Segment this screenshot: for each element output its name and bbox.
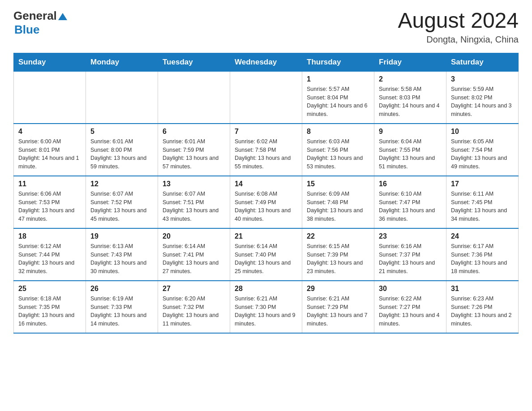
calendar-cell: 1Sunrise: 5:57 AMSunset: 8:04 PMDaylight… [302,71,374,124]
calendar-cell: 20Sunrise: 6:14 AMSunset: 7:41 PMDayligh… [158,228,230,281]
calendar-cell: 28Sunrise: 6:21 AMSunset: 7:30 PMDayligh… [230,281,302,333]
day-info: Sunrise: 6:01 AMSunset: 8:00 PMDaylight:… [90,137,153,171]
calendar-cell: 11Sunrise: 6:06 AMSunset: 7:53 PMDayligh… [14,176,86,228]
day-number: 13 [163,180,225,188]
day-number: 14 [235,180,297,188]
day-info: Sunrise: 5:59 AMSunset: 8:02 PMDaylight:… [451,85,514,119]
day-number: 6 [163,128,225,136]
day-number: 7 [235,128,297,136]
day-info: Sunrise: 6:20 AMSunset: 7:32 PMDaylight:… [163,295,225,328]
day-info: Sunrise: 6:15 AMSunset: 7:39 PMDaylight:… [307,242,369,276]
weekday-header-friday: Friday [374,53,446,71]
calendar-cell: 15Sunrise: 6:09 AMSunset: 7:48 PMDayligh… [302,176,374,228]
logo-general: General [13,9,57,23]
week-row-3: 11Sunrise: 6:06 AMSunset: 7:53 PMDayligh… [14,176,519,228]
day-info: Sunrise: 6:07 AMSunset: 7:52 PMDaylight:… [90,190,153,223]
calendar-cell: 22Sunrise: 6:15 AMSunset: 7:39 PMDayligh… [302,228,374,281]
day-number: 30 [379,285,442,293]
calendar-cell [14,71,86,124]
day-info: Sunrise: 6:17 AMSunset: 7:36 PMDaylight:… [451,242,514,276]
day-info: Sunrise: 6:09 AMSunset: 7:48 PMDaylight:… [307,190,369,223]
calendar-cell: 13Sunrise: 6:07 AMSunset: 7:51 PMDayligh… [158,176,230,228]
day-number: 4 [18,128,81,136]
day-number: 10 [451,128,514,136]
day-info: Sunrise: 6:01 AMSunset: 7:59 PMDaylight:… [163,137,225,171]
day-info: Sunrise: 6:02 AMSunset: 7:58 PMDaylight:… [235,137,297,171]
calendar-cell: 9Sunrise: 6:04 AMSunset: 7:55 PMDaylight… [374,124,446,176]
calendar-table: SundayMondayTuesdayWednesdayThursdayFrid… [13,53,519,334]
calendar-title: August 2024 [398,9,519,33]
day-number: 15 [307,180,369,188]
day-info: Sunrise: 6:08 AMSunset: 7:49 PMDaylight:… [235,190,297,223]
day-number: 22 [307,232,369,240]
calendar-cell: 3Sunrise: 5:59 AMSunset: 8:02 PMDaylight… [446,71,519,124]
day-number: 25 [18,285,81,293]
calendar-cell: 25Sunrise: 6:18 AMSunset: 7:35 PMDayligh… [14,281,86,333]
logo-blue: Blue [14,23,39,37]
day-info: Sunrise: 6:03 AMSunset: 7:56 PMDaylight:… [307,137,369,171]
calendar-cell: 8Sunrise: 6:03 AMSunset: 7:56 PMDaylight… [302,124,374,176]
week-row-4: 18Sunrise: 6:12 AMSunset: 7:44 PMDayligh… [14,228,519,281]
day-number: 29 [307,285,369,293]
day-number: 8 [307,128,369,136]
calendar-cell: 16Sunrise: 6:10 AMSunset: 7:47 PMDayligh… [374,176,446,228]
title-area: August 2024 Dongta, Ningxia, China [398,9,519,45]
calendar-cell: 26Sunrise: 6:19 AMSunset: 7:33 PMDayligh… [86,281,158,333]
day-info: Sunrise: 5:58 AMSunset: 8:03 PMDaylight:… [379,85,442,119]
calendar-cell: 12Sunrise: 6:07 AMSunset: 7:52 PMDayligh… [86,176,158,228]
day-number: 26 [90,285,153,293]
day-number: 12 [90,180,153,188]
calendar-cell [158,71,230,124]
weekday-header-thursday: Thursday [302,53,374,71]
calendar-cell: 31Sunrise: 6:23 AMSunset: 7:26 PMDayligh… [446,281,519,333]
day-info: Sunrise: 6:19 AMSunset: 7:33 PMDaylight:… [90,295,153,328]
week-row-2: 4Sunrise: 6:00 AMSunset: 8:01 PMDaylight… [14,124,519,176]
day-number: 28 [235,285,297,293]
calendar-cell: 23Sunrise: 6:16 AMSunset: 7:37 PMDayligh… [374,228,446,281]
calendar-cell: 29Sunrise: 6:21 AMSunset: 7:29 PMDayligh… [302,281,374,333]
day-info: Sunrise: 6:14 AMSunset: 7:40 PMDaylight:… [235,242,297,276]
day-info: Sunrise: 6:21 AMSunset: 7:30 PMDaylight:… [235,295,297,328]
weekday-header-wednesday: Wednesday [230,53,302,71]
weekday-header-monday: Monday [86,53,158,71]
calendar-cell: 14Sunrise: 6:08 AMSunset: 7:49 PMDayligh… [230,176,302,228]
day-number: 21 [235,232,297,240]
day-number: 1 [307,75,369,83]
calendar-cell: 6Sunrise: 6:01 AMSunset: 7:59 PMDaylight… [158,124,230,176]
day-number: 9 [379,128,442,136]
day-number: 24 [451,232,514,240]
day-info: Sunrise: 6:18 AMSunset: 7:35 PMDaylight:… [18,295,81,328]
week-row-5: 25Sunrise: 6:18 AMSunset: 7:35 PMDayligh… [14,281,519,333]
day-number: 17 [451,180,514,188]
logo: General Blue [13,9,67,37]
weekday-header-tuesday: Tuesday [158,53,230,71]
day-info: Sunrise: 6:23 AMSunset: 7:26 PMDaylight:… [451,295,514,328]
day-number: 23 [379,232,442,240]
day-number: 11 [18,180,81,188]
day-info: Sunrise: 6:00 AMSunset: 8:01 PMDaylight:… [18,137,81,171]
calendar-cell: 30Sunrise: 6:22 AMSunset: 7:27 PMDayligh… [374,281,446,333]
calendar-cell: 27Sunrise: 6:20 AMSunset: 7:32 PMDayligh… [158,281,230,333]
day-number: 5 [90,128,153,136]
day-info: Sunrise: 6:21 AMSunset: 7:29 PMDaylight:… [307,295,369,328]
calendar-cell: 7Sunrise: 6:02 AMSunset: 7:58 PMDaylight… [230,124,302,176]
calendar-cell: 18Sunrise: 6:12 AMSunset: 7:44 PMDayligh… [14,228,86,281]
calendar-cell: 24Sunrise: 6:17 AMSunset: 7:36 PMDayligh… [446,228,519,281]
day-number: 20 [163,232,225,240]
day-info: Sunrise: 6:13 AMSunset: 7:43 PMDaylight:… [90,242,153,276]
day-info: Sunrise: 5:57 AMSunset: 8:04 PMDaylight:… [307,85,369,119]
day-number: 16 [379,180,442,188]
day-info: Sunrise: 6:04 AMSunset: 7:55 PMDaylight:… [379,137,442,171]
day-info: Sunrise: 6:16 AMSunset: 7:37 PMDaylight:… [379,242,442,276]
weekday-header-saturday: Saturday [446,53,519,71]
day-number: 2 [379,75,442,83]
day-info: Sunrise: 6:22 AMSunset: 7:27 PMDaylight:… [379,295,442,328]
calendar-cell: 19Sunrise: 6:13 AMSunset: 7:43 PMDayligh… [86,228,158,281]
day-number: 27 [163,285,225,293]
day-info: Sunrise: 6:05 AMSunset: 7:54 PMDaylight:… [451,137,514,171]
weekday-header-row: SundayMondayTuesdayWednesdayThursdayFrid… [14,53,519,71]
calendar-cell: 17Sunrise: 6:11 AMSunset: 7:45 PMDayligh… [446,176,519,228]
calendar-cell: 21Sunrise: 6:14 AMSunset: 7:40 PMDayligh… [230,228,302,281]
day-info: Sunrise: 6:06 AMSunset: 7:53 PMDaylight:… [18,190,81,223]
calendar-cell: 10Sunrise: 6:05 AMSunset: 7:54 PMDayligh… [446,124,519,176]
